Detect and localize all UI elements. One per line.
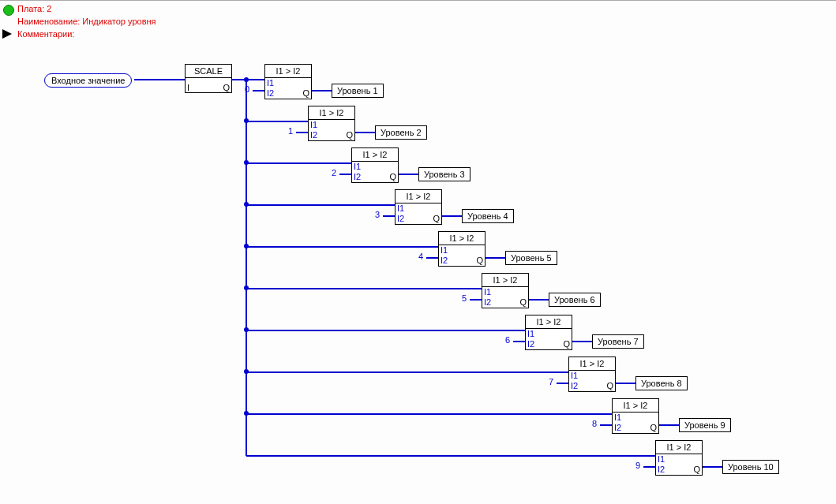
wire — [529, 299, 549, 301]
wire — [246, 455, 655, 457]
wire — [442, 215, 462, 217]
wire — [246, 204, 395, 206]
i2-const: 6 — [505, 335, 510, 345]
wire — [246, 288, 482, 289]
comparator-block[interactable]: I1 > I2 I1 I2 Q — [612, 398, 659, 434]
output-label: Уровень 4 — [467, 211, 508, 221]
wire — [659, 424, 679, 426]
cmp-pin-q: Q — [389, 172, 396, 181]
wire — [246, 246, 438, 248]
cmp-title: I1 > I2 — [439, 232, 485, 245]
comparator-block[interactable]: I1 > I2 I1 I2 Q — [308, 106, 355, 141]
i2-const: 3 — [375, 210, 380, 219]
wire — [296, 132, 308, 133]
cmp-pin-i1: I1 — [354, 162, 361, 171]
cmp-title: I1 > I2 — [309, 106, 354, 120]
wire — [134, 79, 185, 80]
output-label: Уровень 6 — [554, 295, 595, 304]
output-label: Уровень 9 — [684, 420, 725, 430]
i2-const: 5 — [462, 293, 467, 303]
cmp-pin-q: Q — [302, 88, 309, 98]
output-node[interactable]: Уровень 2 — [375, 125, 427, 140]
cmp-pin-i1: I1 — [310, 120, 317, 129]
comparator-block[interactable]: I1 > I2 I1 I2 Q — [568, 357, 616, 392]
wire — [399, 174, 418, 175]
cmp-pin-q: Q — [433, 214, 440, 223]
comparator-block[interactable]: I1 > I2 I1 I2 Q — [264, 64, 312, 99]
comparator-block[interactable]: I1 > I2 I1 I2 Q — [655, 440, 703, 476]
wire — [246, 79, 264, 80]
cmp-pin-i2: I2 — [614, 423, 621, 432]
comparator-block[interactable]: I1 > I2 I1 I2 Q — [438, 231, 485, 267]
comparator-block[interactable]: I1 > I2 I1 I2 Q — [395, 189, 442, 225]
cmp-title: I1 > I2 — [482, 274, 528, 287]
i2-const: 9 — [635, 461, 640, 470]
output-node[interactable]: Уровень 3 — [418, 167, 470, 181]
wire — [312, 90, 332, 91]
cmp-pin-i1: I1 — [484, 287, 491, 297]
wire — [470, 299, 482, 301]
i2-const: 8 — [592, 419, 597, 428]
i2-const: 1 — [288, 126, 293, 136]
i2-const: 4 — [418, 252, 423, 261]
output-node[interactable]: Уровень 5 — [505, 251, 557, 265]
wire — [703, 466, 722, 468]
output-label: Уровень 7 — [598, 337, 639, 346]
output-node[interactable]: Уровень 7 — [592, 334, 644, 349]
cmp-pin-i1: I1 — [440, 245, 448, 255]
scale-block[interactable]: SCALE I Q — [185, 64, 232, 93]
i2-const: 0 — [245, 84, 249, 94]
wire — [485, 257, 505, 259]
output-label: Уровень 1 — [337, 86, 378, 95]
diagram-canvas: Плата: 2 Наименование: Индикатор уровня … — [0, 0, 836, 504]
cmp-pin-i1: I1 — [397, 203, 404, 213]
output-label: Уровень 5 — [511, 253, 552, 263]
wire — [643, 466, 655, 468]
cmp-pin-q: Q — [476, 256, 483, 265]
wire — [557, 383, 568, 384]
header-name: Наименование: Индикатор уровня — [17, 17, 156, 26]
wire — [355, 132, 375, 133]
comparator-block[interactable]: I1 > I2 I1 I2 Q — [351, 147, 399, 183]
comparator-block[interactable]: I1 > I2 I1 I2 Q — [482, 273, 529, 308]
wire — [246, 121, 308, 122]
cmp-pin-i1: I1 — [658, 454, 665, 464]
status-dot-icon — [3, 5, 14, 16]
cmp-pin-i1: I1 — [267, 78, 274, 88]
wire — [246, 413, 612, 415]
cmp-pin-i2: I2 — [397, 214, 404, 223]
cmp-pin-q: Q — [650, 423, 657, 432]
cmp-pin-i1: I1 — [527, 329, 534, 338]
wire — [616, 383, 635, 384]
cmp-pin-i2: I2 — [527, 339, 534, 349]
cmp-pin-q: Q — [693, 465, 700, 474]
cmp-title: I1 > I2 — [352, 148, 398, 162]
scale-pin-i: I — [187, 83, 189, 92]
cmp-pin-q: Q — [346, 130, 353, 140]
output-node[interactable]: Уровень 10 — [722, 460, 779, 474]
output-node[interactable]: Уровень 4 — [462, 209, 514, 223]
cmp-pin-i2: I2 — [310, 130, 317, 140]
output-node[interactable]: Уровень 9 — [679, 418, 731, 432]
cmp-pin-q: Q — [606, 381, 613, 390]
comparator-block[interactable]: I1 > I2 I1 I2 Q — [525, 315, 572, 350]
input-node[interactable]: Входное значение — [44, 73, 132, 88]
cmp-title: I1 > I2 — [613, 399, 658, 413]
cmp-pin-i2: I2 — [267, 88, 274, 98]
wire — [246, 162, 351, 164]
cmp-pin-i2: I2 — [484, 297, 491, 307]
output-label: Уровень 10 — [728, 462, 774, 472]
header-board: Плата: 2 — [17, 4, 51, 13]
wire — [513, 341, 525, 342]
output-node[interactable]: Уровень 6 — [549, 293, 601, 307]
cmp-pin-i1: I1 — [614, 413, 621, 422]
bus-vertical — [246, 79, 247, 456]
output-node[interactable]: Уровень 1 — [332, 84, 384, 98]
input-label: Входное значение — [51, 76, 125, 85]
cmp-pin-i2: I2 — [354, 172, 361, 181]
i2-const: 7 — [549, 377, 553, 386]
output-label: Уровень 8 — [641, 379, 682, 388]
cmp-pin-i2: I2 — [658, 465, 665, 474]
output-node[interactable]: Уровень 8 — [635, 376, 688, 390]
wire — [383, 215, 395, 217]
